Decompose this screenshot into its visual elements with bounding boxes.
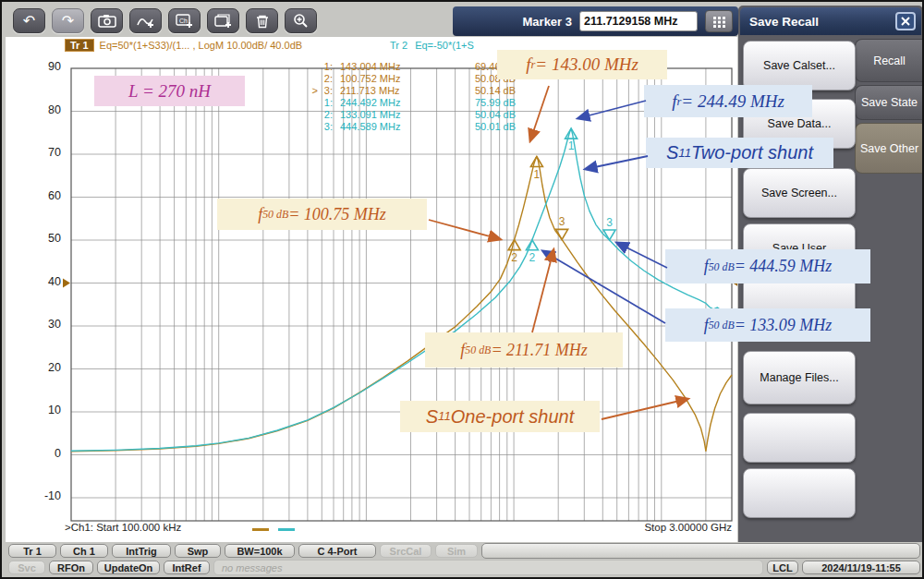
y-axis-label: 0 xyxy=(28,447,61,460)
marker-entry-bar: Marker 3 xyxy=(453,6,738,36)
status-spacer xyxy=(481,543,920,559)
y-axis-label: 50 xyxy=(28,232,61,245)
trace1-legend-dash xyxy=(252,528,269,531)
chart-area: Tr 1Eq=50*(1+S33)/(1... , LogM 10.00dB/ … xyxy=(6,37,737,542)
status-sweep-button[interactable]: Swp xyxy=(175,544,221,558)
screenshot-icon[interactable] xyxy=(91,8,123,33)
add-trace-icon[interactable] xyxy=(129,8,162,33)
status-sim-button[interactable]: Sim xyxy=(435,544,478,558)
status-trigger-button[interactable]: IntTrig xyxy=(112,544,171,558)
marker-row: 3:444.589 MHz50.01 dB xyxy=(309,121,516,133)
delete-icon[interactable] xyxy=(246,8,278,33)
add-channel-icon[interactable]: Ch xyxy=(168,8,201,33)
ref-level-marker-left xyxy=(63,279,70,288)
undo-icon[interactable]: ↶ xyxy=(13,8,45,33)
y-axis-label: 10 xyxy=(28,404,61,416)
y-axis-label: 70 xyxy=(28,146,61,159)
status-channel-button[interactable]: Ch 1 xyxy=(60,544,108,558)
status-cal-button[interactable]: C 4-Port xyxy=(298,544,376,558)
zoom-icon[interactable] xyxy=(285,8,317,33)
trace2-legend-dash xyxy=(278,528,295,531)
lcl-indicator[interactable]: LCL xyxy=(767,561,798,574)
trace-marker-number: 2 xyxy=(529,251,536,264)
softkey-blank[interactable] xyxy=(743,468,856,518)
main-toolbar: ↶ ↷ Ch Marker 3 xyxy=(4,4,737,37)
annotation-f50-211: f50 dB = 211.71 MHz xyxy=(425,332,623,368)
annotation-f50-133: f50 dB = 133.09 MHz xyxy=(665,308,870,342)
annotation-f50-444: f50 dB = 444.59 MHz xyxy=(665,249,870,283)
status-srccal-button[interactable]: SrcCal xyxy=(380,544,432,558)
marker-value-input[interactable] xyxy=(579,11,698,31)
trace-marker-number: 1 xyxy=(568,139,575,152)
annotation-f50-100: f50 dB = 100.75 MHz xyxy=(217,199,427,230)
marker-row: >3:211.713 MHz50.14 dB xyxy=(309,85,516,97)
start-frequency-label: >Ch1: Start 100.000 kHz xyxy=(65,522,181,533)
trace-marker-number: 1 xyxy=(534,168,541,181)
trace-marker-number: 3 xyxy=(559,215,565,228)
marker-row: 2:133.091 MHz50.04 dB xyxy=(309,109,516,121)
y-axis-label: 40 xyxy=(28,275,61,288)
panel-header: Save Recall xyxy=(740,7,921,35)
manage-files-button[interactable]: Manage Files... xyxy=(743,351,856,404)
annotation-one-port-shunt: S11 One-port shunt xyxy=(400,401,600,432)
message-area: no messages xyxy=(213,560,763,575)
status-bandwidth-button[interactable]: BW=100k xyxy=(225,544,295,558)
redo-icon[interactable]: ↷ xyxy=(52,8,84,33)
tab-save-state[interactable]: Save State xyxy=(855,85,923,120)
marker-table: 1:143.004 MHz69.46 dB 2:100.752 MHz50.08… xyxy=(309,61,516,133)
save-calset-button[interactable]: Save Calset... xyxy=(743,41,856,90)
trace-marker-number: 2 xyxy=(511,251,517,264)
panel-title: Save Recall xyxy=(749,15,819,29)
annotation-fr-143: fr = 143.00 MHz xyxy=(497,50,667,79)
marker-row: 1:244.492 MHz75.99 dB xyxy=(309,97,516,109)
status-update-button[interactable]: UpdateOn xyxy=(97,561,160,574)
trace-marker-number: 3 xyxy=(606,216,613,229)
y-axis-label: 20 xyxy=(28,361,61,374)
stop-frequency-label: Stop 3.00000 GHz xyxy=(644,522,732,533)
save-screen-button[interactable]: Save Screen... xyxy=(743,168,856,218)
plot-frame xyxy=(71,68,732,521)
add-window-icon[interactable] xyxy=(207,8,239,33)
vna-application-window: ↶ ↷ Ch Marker 3 Tr 1Eq=50*(1 xyxy=(0,0,924,579)
y-axis-label: 90 xyxy=(28,60,61,73)
status-rf-button[interactable]: RFOn xyxy=(49,561,93,574)
status-bar-row2: Svc RFOn UpdateOn IntRef no messages LCL… xyxy=(4,560,920,575)
y-axis-label: 80 xyxy=(28,103,61,116)
annotation-two-port-shunt: S11 Two-port shunt xyxy=(646,138,833,168)
annotation-fr-244: fr = 244.49 MHz xyxy=(644,85,812,117)
keypad-icon[interactable] xyxy=(705,10,733,32)
trace-marker-glyph xyxy=(603,230,615,240)
y-axis-label: 30 xyxy=(28,318,61,331)
y-axis-label: 60 xyxy=(28,189,61,202)
marker-label: Marker 3 xyxy=(523,15,572,29)
tab-recall[interactable]: Recall xyxy=(855,39,923,82)
svg-text:Ch: Ch xyxy=(179,17,188,23)
status-bar-row1: Tr 1 Ch 1 IntTrig Swp BW=100k C 4-Port S… xyxy=(4,543,920,559)
sweep-range-line: >Ch1: Start 100.000 kHz Stop 3.00000 GHz xyxy=(65,522,734,537)
status-trace-button[interactable]: Tr 1 xyxy=(8,544,56,558)
y-axis-label: -10 xyxy=(28,489,61,502)
marker-row: 2:100.752 MHz50.08 dB xyxy=(309,73,516,85)
status-ref-button[interactable]: IntRef xyxy=(164,561,210,574)
marker-row: 1:143.004 MHz69.46 dB xyxy=(309,61,516,73)
close-icon[interactable] xyxy=(895,12,916,30)
softkey-blank[interactable] xyxy=(743,413,856,463)
status-svc-button[interactable]: Svc xyxy=(8,561,45,574)
datetime-display: 2024/11/19-11:55 xyxy=(802,561,920,574)
annotation-inductance: L = 270 nH xyxy=(94,76,245,106)
tab-save-other[interactable]: Save Other xyxy=(855,123,923,174)
